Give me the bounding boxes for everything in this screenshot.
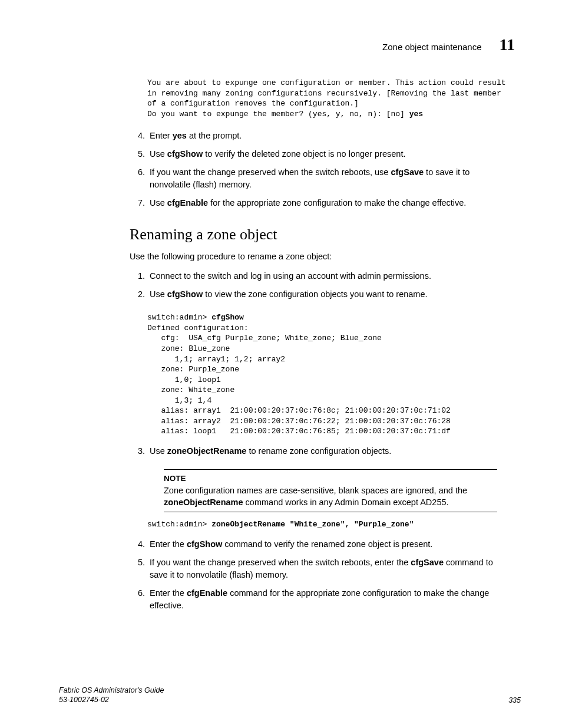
code-block-rename: switch:admin> zoneObjectRename "White_zo… (147, 519, 521, 530)
chapter-number: 11 (500, 35, 515, 54)
list-item: Enter yes at the prompt. (147, 130, 497, 142)
list-item: If you want the change preserved when th… (147, 166, 497, 191)
footer-doc-number: 53-1002745-02 (59, 695, 164, 704)
note-block: NOTE Zone configuration names are case-s… (164, 469, 497, 512)
page: Zone object maintenance 11 You are about… (0, 0, 562, 728)
procedure-list-rename-a: Connect to the switch and log in using a… (130, 270, 521, 301)
procedure-list-top: Enter yes at the prompt. Use cfgShow to … (130, 130, 521, 209)
list-item: If you want the change preserved when th… (147, 556, 497, 581)
code-block-cfgshow: switch:admin> cfgShow Defined configurat… (147, 312, 521, 437)
intro-paragraph: Use the following procedure to rename a … (130, 251, 497, 263)
list-item: Connect to the switch and log in using a… (147, 270, 497, 282)
code-block-expunge: You are about to expunge one configurati… (147, 78, 521, 119)
page-header: Zone object maintenance 11 (59, 35, 521, 54)
procedure-list-rename-b: Use zoneObjectRename to rename zone conf… (130, 445, 521, 457)
note-label: NOTE (164, 473, 497, 485)
footer-book-title: Fabric OS Administrator's Guide (59, 686, 164, 695)
footer-left: Fabric OS Administrator's Guide 53-10027… (59, 686, 164, 705)
list-item: Enter the cfgShow command to verify the … (147, 538, 497, 551)
header-title: Zone object maintenance (382, 42, 481, 52)
procedure-list-rename-c: Enter the cfgShow command to verify the … (130, 538, 521, 612)
note-text: Zone configuration names are case-sensit… (164, 485, 497, 509)
page-footer: Fabric OS Administrator's Guide 53-10027… (59, 686, 521, 705)
list-item: Use cfgShow to verify the deleted zone o… (147, 148, 497, 160)
list-item: Enter the cfgEnable command for the appr… (147, 587, 497, 612)
list-item: Use zoneObjectRename to rename zone conf… (147, 445, 497, 457)
list-item: Use cfgShow to view the zone configurati… (147, 288, 497, 301)
section-heading-renaming: Renaming a zone object (130, 226, 521, 243)
footer-page-number: 335 (508, 696, 521, 704)
list-item: Use cfgEnable for the appropriate zone c… (147, 197, 497, 209)
